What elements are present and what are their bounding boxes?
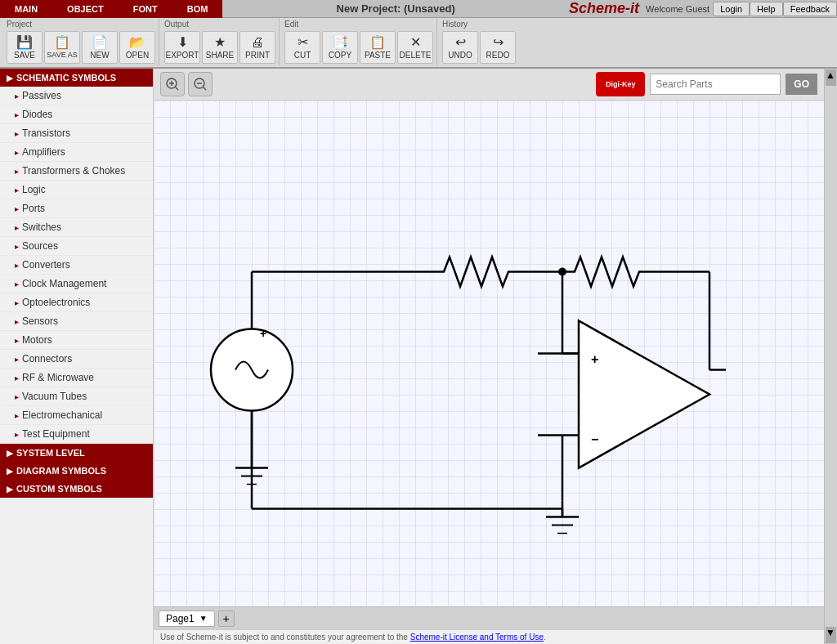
new-icon: 📄 bbox=[92, 36, 108, 49]
sidebar-item-vacuum-tubes[interactable]: ▸ Vacuum Tubes bbox=[0, 387, 153, 406]
add-page-button[interactable]: + bbox=[218, 610, 235, 627]
save-as-icon: 📋 bbox=[54, 36, 70, 49]
status-link[interactable]: Scheme-it License and Terms of Use bbox=[410, 633, 544, 642]
search-go-button[interactable]: GO bbox=[786, 74, 817, 95]
svg-text:+: + bbox=[260, 327, 266, 340]
section-label: SCHEMATIC SYMBOLS bbox=[16, 73, 116, 83]
sidebar-item-connectors[interactable]: ▸ Connectors bbox=[0, 350, 153, 369]
sidebar-item-passives[interactable]: ▸ Passives bbox=[0, 87, 153, 105]
sidebar-item-test-equipment[interactable]: ▸ Test Equipment bbox=[0, 425, 153, 444]
svg-marker-14 bbox=[579, 321, 709, 468]
section-arrow: ▶ bbox=[7, 74, 13, 83]
page-tab[interactable]: Page1 ▼ bbox=[159, 610, 215, 627]
zoom-out-button[interactable] bbox=[188, 72, 213, 96]
brand-logo: Scheme-it bbox=[569, 0, 639, 17]
tab-bom[interactable]: BOM bbox=[172, 0, 223, 18]
sidebar-item-motors[interactable]: ▸ Motors bbox=[0, 331, 153, 350]
print-button[interactable]: 🖨 PRINT bbox=[239, 31, 275, 64]
sidebar-item-converters[interactable]: ▸ Converters bbox=[0, 256, 153, 275]
history-group: History ↩ UNDO ↪ REDO bbox=[439, 18, 519, 65]
top-menu-bar: MAIN OBJECT FONT BOM New Project: (Unsav… bbox=[0, 0, 837, 18]
edit-group: Edit ✂ CUT 📑 COPY 📋 PASTE ✕ DELETE bbox=[281, 18, 437, 65]
toolbar: Project 💾 SAVE 📋 SAVE AS 📄 NEW 📂 OPEN Ou… bbox=[0, 18, 837, 69]
page-label: Page1 bbox=[166, 613, 195, 624]
section-arrow-system: ▶ bbox=[7, 449, 13, 458]
sidebar-item-ports[interactable]: ▸ Ports bbox=[0, 199, 153, 218]
sidebar-item-electromechanical[interactable]: ▸ Electromechanical bbox=[0, 406, 153, 425]
open-icon: 📂 bbox=[129, 36, 145, 49]
login-button[interactable]: Login bbox=[713, 2, 750, 16]
section-label-diagram: DIAGRAM SYMBOLS bbox=[16, 466, 106, 476]
sidebar-item-logic[interactable]: ▸ Logic bbox=[0, 181, 153, 199]
delete-icon: ✕ bbox=[410, 36, 421, 49]
main-layout: ▶ SCHEMATIC SYMBOLS ▸ Passives ▸ Diodes … bbox=[0, 69, 837, 644]
canvas-toolbar-right: Digi-Key GO bbox=[596, 72, 817, 96]
sidebar-item-sources[interactable]: ▸ Sources bbox=[0, 237, 153, 256]
help-button[interactable]: Help bbox=[750, 2, 783, 16]
paste-icon: 📋 bbox=[369, 36, 386, 49]
paste-button[interactable]: 📋 PASTE bbox=[360, 31, 396, 64]
status-text: Use of Scheme-it is subject to and const… bbox=[160, 633, 408, 642]
save-icon: 💾 bbox=[16, 36, 33, 49]
share-button[interactable]: ★ SHARE bbox=[202, 31, 238, 64]
export-icon: ⬇ bbox=[177, 36, 188, 49]
output-label: Output bbox=[164, 20, 189, 29]
tab-main[interactable]: MAIN bbox=[0, 0, 52, 18]
redo-icon: ↪ bbox=[493, 36, 504, 49]
search-parts-input[interactable] bbox=[650, 74, 781, 95]
zoom-in-button[interactable] bbox=[160, 72, 185, 96]
new-button[interactable]: 📄 NEW bbox=[82, 31, 118, 64]
sidebar-item-switches[interactable]: ▸ Switches bbox=[0, 218, 153, 237]
undo-button[interactable]: ↩ UNDO bbox=[442, 31, 478, 64]
welcome-text: Welcome Guest bbox=[646, 4, 709, 14]
share-icon: ★ bbox=[214, 36, 226, 49]
section-diagram-symbols[interactable]: ▶ DIAGRAM SYMBOLS bbox=[0, 462, 153, 480]
open-button[interactable]: 📂 OPEN bbox=[119, 31, 155, 64]
delete-button[interactable]: ✕ DELETE bbox=[397, 31, 433, 64]
sidebar-item-transformers[interactable]: ▸ Transformers & Chokes bbox=[0, 162, 153, 181]
print-icon: 🖨 bbox=[251, 36, 264, 49]
sidebar-item-clock-management[interactable]: ▸ Clock Management bbox=[0, 275, 153, 293]
project-label: Project bbox=[7, 20, 32, 29]
feedback-button[interactable]: Feedback bbox=[783, 2, 837, 16]
undo-icon: ↩ bbox=[455, 36, 466, 49]
save-button[interactable]: 💾 SAVE bbox=[7, 31, 43, 64]
output-group: Output ⬇ EXPORT ★ SHARE 🖨 PRINT bbox=[161, 18, 280, 65]
sidebar-item-transistors[interactable]: ▸ Transistors bbox=[0, 124, 153, 143]
sidebar-item-amplifiers[interactable]: ▸ Amplifiers bbox=[0, 143, 153, 162]
section-arrow-custom: ▶ bbox=[7, 485, 13, 494]
project-title: New Project: (Unsaved) bbox=[222, 2, 569, 15]
section-system-level[interactable]: ▶ SYSTEM LEVEL bbox=[0, 444, 153, 462]
history-label: History bbox=[442, 20, 468, 29]
svg-text:+: + bbox=[591, 352, 598, 366]
sidebar-item-optoelectronics[interactable]: ▸ Optoelectronics bbox=[0, 293, 153, 312]
section-custom-symbols[interactable]: ▶ CUSTOM SYMBOLS bbox=[0, 480, 153, 498]
sidebar: ▶ SCHEMATIC SYMBOLS ▸ Passives ▸ Diodes … bbox=[0, 69, 154, 644]
tab-object[interactable]: OBJECT bbox=[52, 0, 119, 18]
page-bar: Page1 ▼ + bbox=[154, 606, 824, 629]
copy-button[interactable]: 📑 COPY bbox=[322, 31, 358, 64]
export-button[interactable]: ⬇ EXPORT bbox=[164, 31, 200, 64]
status-bar: Use of Scheme-it is subject to and const… bbox=[154, 629, 824, 644]
svg-line-3 bbox=[176, 87, 179, 91]
digi-key-logo: Digi-Key bbox=[596, 72, 645, 96]
scrollbar-up[interactable]: ▲ bbox=[826, 69, 836, 86]
edit-label: Edit bbox=[284, 20, 298, 29]
svg-line-6 bbox=[204, 87, 207, 91]
section-arrow-diagram: ▶ bbox=[7, 467, 13, 476]
right-scrollbar[interactable]: ▲ ▼ bbox=[824, 69, 837, 644]
sidebar-item-rf-microwave[interactable]: ▸ RF & Microwave bbox=[0, 369, 153, 387]
status-period: . bbox=[544, 633, 546, 642]
sidebar-item-sensors[interactable]: ▸ Sensors bbox=[0, 312, 153, 331]
schematic-svg: + bbox=[154, 101, 824, 606]
canvas-toolbar: Digi-Key GO bbox=[154, 69, 824, 101]
schematic-canvas[interactable]: + bbox=[154, 101, 824, 606]
save-as-button[interactable]: 📋 SAVE AS bbox=[44, 31, 80, 64]
sidebar-item-diodes[interactable]: ▸ Diodes bbox=[0, 105, 153, 124]
section-schematic-symbols[interactable]: ▶ SCHEMATIC SYMBOLS bbox=[0, 69, 153, 87]
cut-button[interactable]: ✂ CUT bbox=[284, 31, 320, 64]
redo-button[interactable]: ↪ REDO bbox=[480, 31, 516, 64]
tab-font[interactable]: FONT bbox=[119, 0, 172, 18]
page-dropdown-arrow[interactable]: ▼ bbox=[199, 614, 208, 623]
scrollbar-down[interactable]: ▼ bbox=[826, 627, 836, 643]
